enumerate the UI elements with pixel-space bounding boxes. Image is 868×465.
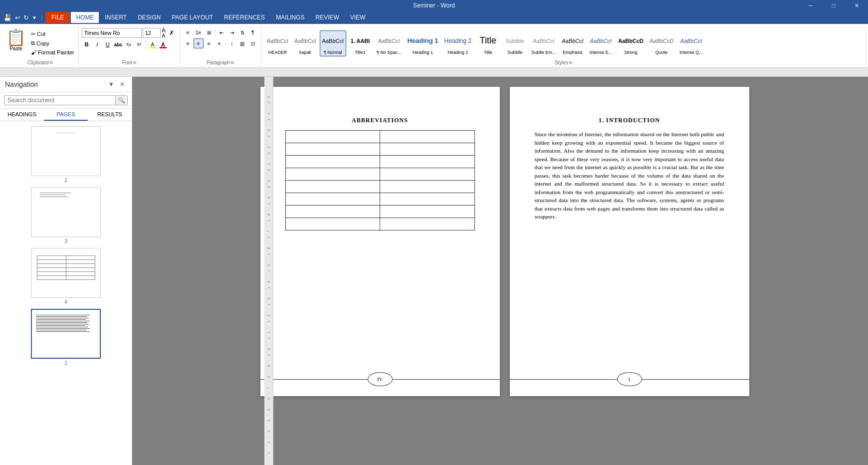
copy-button[interactable]: ⧉ Copy xyxy=(29,39,76,47)
decrease-font-button[interactable]: A xyxy=(162,33,166,38)
style-heading1[interactable]: Heading 1 Heading 1 xyxy=(405,30,440,56)
format-painter-icon: 🖌 xyxy=(31,49,36,55)
align-center-button[interactable]: ≡ xyxy=(194,38,204,48)
font-expand-icon[interactable]: ⧉ xyxy=(133,60,136,65)
nav-header: Navigation ▼ ✕ xyxy=(0,77,132,92)
bullets-button[interactable]: ≡ xyxy=(183,27,193,37)
multilevel-list-button[interactable]: ⊞ xyxy=(204,27,214,37)
shading-button[interactable]: ▥ xyxy=(237,38,247,48)
nav-options-button[interactable]: ▼ xyxy=(107,80,116,89)
introduction-title: 1. INTRODUCTION xyxy=(535,117,724,124)
review-menu[interactable]: REVIEW xyxy=(310,12,344,23)
styles-gallery: AaBbCcI HEADER AaBbCcI kapak AaBbCcI ¶ N… xyxy=(264,30,705,56)
pages-container: 2 3 xyxy=(0,121,132,465)
styles-group: AaBbCcI HEADER AaBbCcI kapak AaBbCcI ¶ N… xyxy=(261,26,866,67)
introduction-body: Since the invention of Internet, the inf… xyxy=(535,130,724,221)
page-thumb-4[interactable]: 4 xyxy=(5,248,127,305)
style-kapak[interactable]: AaBbCcI kapak xyxy=(292,30,318,56)
navigation-pane: Navigation ▼ ✕ 🔍 HEADINGS PAGES RESULTS xyxy=(0,77,132,465)
home-menu[interactable]: HOME xyxy=(71,12,99,23)
style-nospace[interactable]: AaBbCcI ¶ No Spac... xyxy=(374,30,404,56)
align-right-button[interactable]: ≡ xyxy=(204,38,214,48)
window-controls: ─ □ ✕ xyxy=(799,0,868,11)
italic-button[interactable]: I xyxy=(92,39,102,49)
customize-qat-button[interactable]: ▼ xyxy=(31,15,38,20)
style-title1[interactable]: 1. AABI Title1 xyxy=(347,30,373,56)
search-button[interactable]: 🔍 xyxy=(115,96,127,105)
save-button[interactable]: 💾 xyxy=(2,14,13,21)
style-strong[interactable]: AaBbCcD Strong xyxy=(616,30,646,56)
superscript-button[interactable]: X² xyxy=(134,39,144,49)
left-page[interactable]: ABBREVIATIONS IV xyxy=(260,87,500,396)
maximize-button[interactable]: □ xyxy=(822,0,845,11)
subscript-button[interactable]: X₂ xyxy=(124,39,134,49)
results-tab[interactable]: RESULTS xyxy=(88,109,132,121)
styles-expand-icon[interactable]: ⧉ xyxy=(569,60,572,65)
abbreviations-table xyxy=(285,130,475,231)
design-menu[interactable]: DESIGN xyxy=(133,12,166,23)
references-menu[interactable]: REFERENCES xyxy=(219,12,270,23)
clipboard-expand-icon[interactable]: ⧉ xyxy=(50,60,53,65)
bold-button[interactable]: B xyxy=(82,39,92,49)
nav-tabs: HEADINGS PAGES RESULTS xyxy=(0,109,132,121)
style-intense-q[interactable]: AaBbCcI Intense Q... xyxy=(677,30,705,56)
close-button[interactable]: ✕ xyxy=(845,0,868,11)
line-spacing-button[interactable]: ↕ xyxy=(227,38,237,48)
right-page-number: 1 xyxy=(617,372,642,386)
paste-icon: 📋 xyxy=(6,29,26,45)
justify-button[interactable]: ≡ xyxy=(215,38,224,48)
clear-formatting-button[interactable]: ✗ xyxy=(167,28,177,38)
align-left-button[interactable]: ≡ xyxy=(183,38,193,48)
style-quote[interactable]: AaBbCcD Quote xyxy=(647,30,676,56)
numbering-button[interactable]: 1≡ xyxy=(194,27,204,37)
strikethrough-button[interactable]: abc xyxy=(113,39,123,49)
right-page[interactable]: 1. INTRODUCTION Since the invention of I… xyxy=(510,87,749,396)
undo-button[interactable]: ↩ xyxy=(14,14,21,21)
font-color-button[interactable]: A xyxy=(158,39,168,49)
pages-tab[interactable]: PAGES xyxy=(44,109,88,121)
insert-menu[interactable]: INSERT xyxy=(100,12,132,23)
app-body: Navigation ▼ ✕ 🔍 HEADINGS PAGES RESULTS xyxy=(0,77,868,465)
redo-button[interactable]: ↻ xyxy=(22,14,30,21)
document-title: Seminer - Word xyxy=(413,2,455,9)
font-name-input[interactable] xyxy=(82,28,142,38)
text-highlight-button[interactable]: A xyxy=(148,39,158,49)
right-page-footer: 1 xyxy=(510,372,749,386)
file-menu[interactable]: FILE xyxy=(45,12,70,23)
paste-button[interactable]: 📋 Paste xyxy=(4,27,28,59)
underline-button[interactable]: U xyxy=(103,39,113,49)
cut-button[interactable]: ✂ Cut xyxy=(29,30,76,38)
style-emphasis[interactable]: AaBbCcI Emphasis xyxy=(559,30,586,56)
headings-tab[interactable]: HEADINGS xyxy=(0,109,44,121)
style-normal[interactable]: AaBbCcI ¶ Normal xyxy=(320,30,346,56)
mailings-menu[interactable]: MAILINGS xyxy=(271,12,309,23)
style-header[interactable]: AaBbCcI HEADER xyxy=(264,30,291,56)
minimize-button[interactable]: ─ xyxy=(799,0,822,11)
nav-controls: ▼ ✕ xyxy=(107,80,127,89)
ruler: ·4 ·3 ·2 ·1 1 ·2 ·3 ·4 ·5 ·6 ·7 ·8 ·9 ·1… xyxy=(0,68,868,77)
nav-close-button[interactable]: ✕ xyxy=(118,80,127,89)
style-subtitle[interactable]: Subtitle Subtitle xyxy=(502,30,528,56)
sort-button[interactable]: ⇅ xyxy=(237,27,247,37)
title-bar: Seminer - Word ─ □ ✕ xyxy=(0,0,868,11)
font-group: A A ✗ B I U abc X₂ X² A A xyxy=(79,26,180,67)
font-size-input[interactable] xyxy=(143,28,161,38)
style-title[interactable]: Title Title xyxy=(475,30,501,56)
borders-button[interactable]: ⊡ xyxy=(248,38,258,48)
search-input[interactable] xyxy=(4,96,115,105)
page-thumb-2[interactable]: 2 xyxy=(5,126,127,183)
paragraph-expand-icon[interactable]: ⧉ xyxy=(231,60,234,65)
style-intense-e[interactable]: AaBbCcI Intense E... xyxy=(587,30,615,56)
page-thumb-3[interactable]: 3 xyxy=(5,187,127,244)
document-area[interactable]: ·1·2·3·4·5·6·7·8·9·10·11·12·13·14·15·16·… xyxy=(132,77,868,465)
show-formatting-button[interactable]: ¶ xyxy=(248,27,258,37)
style-heading2[interactable]: Heading 2 Heading 2 xyxy=(442,30,474,56)
decrease-indent-button[interactable]: ⇤ xyxy=(217,27,226,37)
format-painter-button[interactable]: 🖌 Format Painter xyxy=(29,49,76,56)
style-subtle-em[interactable]: AaBbCcI Subtle Em... xyxy=(529,30,558,56)
search-box: 🔍 xyxy=(4,95,128,105)
view-menu[interactable]: VIEW xyxy=(345,12,371,23)
page-thumb-1[interactable]: 1 xyxy=(5,309,127,366)
pagelayout-menu[interactable]: PAGE LAYOUT xyxy=(167,12,218,23)
increase-indent-button[interactable]: ⇥ xyxy=(227,27,237,37)
